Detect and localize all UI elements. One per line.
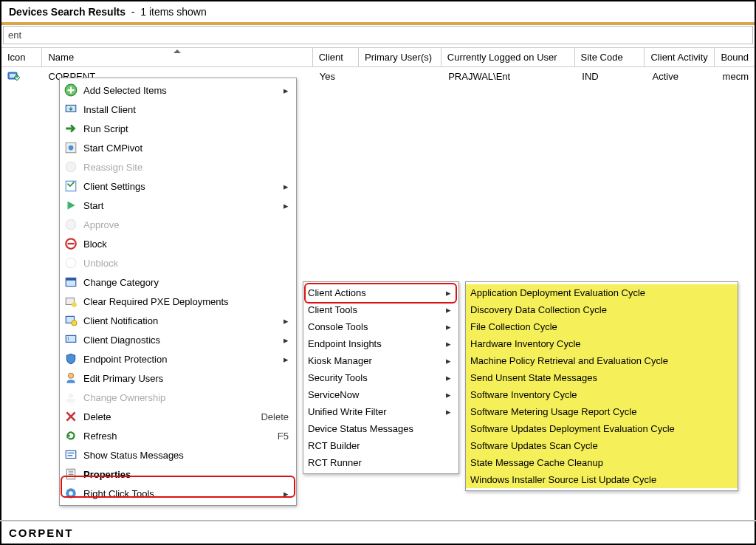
chevron-right-icon: ▸ [444, 304, 451, 315]
svg-rect-23 [66, 450, 76, 458]
rct-icon [64, 487, 78, 500]
chevron-right-icon: ▸ [281, 335, 289, 346]
action-sw-updates-scan[interactable]: Software Updates Scan Cycle [466, 437, 738, 454]
accel-delete: Delete [261, 411, 289, 422]
action-machine-policy[interactable]: Machine Policy Retrieval and Evaluation … [466, 352, 738, 369]
svg-rect-10 [68, 243, 75, 244]
submenu-kiosk-manager[interactable]: Kiosk Manager▸ [303, 352, 458, 369]
cell-client: Yes [314, 69, 360, 88]
install-icon [64, 103, 78, 116]
submenu-servicenow[interactable]: ServiceNow▸ [303, 386, 458, 403]
menu-install-client[interactable]: Install Client [60, 100, 296, 119]
chevron-right-icon: ▸ [444, 372, 451, 383]
action-discovery[interactable]: Discovery Data Collection Cycle [466, 301, 738, 318]
play-icon [64, 199, 78, 212]
svg-point-5 [69, 145, 74, 151]
menu-clear-pxe[interactable]: Clear Required PXE Deployments [60, 292, 296, 311]
context-menu-main: Add Selected Items▸ Install Client Run S… [59, 78, 297, 506]
svg-point-15 [72, 302, 77, 307]
action-file-collection[interactable]: File Collection Cycle [466, 318, 738, 335]
menu-edit-primary-users[interactable]: Edit Primary Users [60, 369, 296, 388]
svg-rect-28 [69, 473, 74, 473]
svg-point-11 [66, 258, 76, 268]
bell-icon [64, 314, 78, 327]
menu-block[interactable]: Block [60, 234, 296, 253]
user-icon [64, 371, 78, 385]
action-send-unsent[interactable]: Send Unsent State Messages [466, 369, 738, 386]
col-logged[interactable]: Currently Logged on User [441, 48, 575, 66]
chevron-right-icon: ▸ [444, 338, 451, 349]
results-header: Devices Search Results - 1 items shown [1, 1, 755, 22]
chevron-right-icon: ▸ [444, 355, 451, 366]
submenu-client-tools[interactable]: Client Tools▸ [303, 301, 458, 318]
chevron-right-icon: ▸ [281, 488, 289, 499]
shield-icon [64, 352, 78, 366]
search-input[interactable] [4, 27, 752, 44]
site-icon [64, 160, 78, 174]
refresh-icon [64, 429, 78, 442]
chevron-right-icon: ▸ [281, 200, 289, 211]
properties-icon [64, 467, 78, 481]
menu-endpoint-protection[interactable]: Endpoint Protection▸ [60, 349, 296, 369]
menu-cmpivot[interactable]: Start CMPivot [60, 138, 296, 157]
status-icon [64, 448, 78, 462]
submenu-client-actions[interactable]: Client Actions▸ [303, 284, 458, 301]
col-bound[interactable]: Bound [715, 48, 755, 66]
menu-client-diagnostics[interactable]: i Client Diagnostics▸ [60, 330, 296, 349]
menu-right-click-tools[interactable]: Right Click Tools▸ [60, 484, 296, 503]
results-count: 1 items shown [140, 6, 206, 18]
run-icon [64, 122, 78, 135]
col-site[interactable]: Site Code [575, 48, 645, 66]
device-icon [7, 71, 21, 84]
menu-delete[interactable]: Delete Delete [60, 407, 296, 426]
menu-client-settings[interactable]: Client Settings▸ [60, 176, 296, 196]
action-sw-metering[interactable]: Software Metering Usage Report Cycle [466, 403, 738, 420]
submenu-endpoint-insights[interactable]: Endpoint Insights▸ [303, 335, 458, 352]
chevron-right-icon: ▸ [281, 181, 289, 192]
menu-change-category[interactable]: Change Category [60, 272, 296, 292]
menu-client-notification[interactable]: Client Notification▸ [60, 311, 296, 330]
chevron-right-icon: ▸ [281, 85, 289, 96]
approve-icon [64, 218, 78, 231]
action-hw-inventory[interactable]: Hardware Inventory Cycle [466, 335, 738, 352]
menu-run-script[interactable]: Run Script [60, 119, 296, 138]
action-win-installer-src[interactable]: Windows Installer Source List Update Cyc… [466, 471, 738, 488]
col-activity[interactable]: Client Activity [645, 48, 715, 66]
plus-icon [64, 83, 78, 97]
submenu-security-tools[interactable]: Security Tools▸ [303, 369, 458, 386]
svg-point-21 [69, 393, 74, 398]
cell-activity: Active [646, 69, 716, 88]
col-client[interactable]: Client [313, 48, 359, 66]
svg-rect-29 [69, 474, 74, 475]
col-primary[interactable]: Primary User(s) [359, 48, 441, 66]
chevron-right-icon: ▸ [444, 406, 451, 417]
search-box[interactable] [3, 26, 753, 44]
submenu-unified-write-filter[interactable]: Unified Write Filter▸ [303, 403, 458, 420]
submenu-rct-runner[interactable]: RCT Runner [303, 454, 458, 471]
submenu-console-tools[interactable]: Console Tools▸ [303, 318, 458, 335]
svg-point-20 [69, 373, 74, 378]
menu-start[interactable]: Start▸ [60, 196, 296, 215]
col-name[interactable]: Name [42, 48, 312, 66]
chevron-right-icon: ▸ [281, 315, 289, 326]
action-sw-updates-deploy[interactable]: Software Updates Deployment Evaluation C… [466, 420, 738, 437]
menu-status-messages[interactable]: Show Status Messages [60, 445, 296, 465]
svg-rect-24 [68, 453, 75, 454]
menu-add-selected[interactable]: Add Selected Items▸ [60, 80, 296, 100]
svg-rect-27 [69, 471, 74, 472]
action-app-deploy-eval[interactable]: Application Deployment Evaluation Cycle [466, 284, 738, 301]
col-icon[interactable]: Icon [1, 48, 42, 66]
menu-change-ownership: Change Ownership [60, 388, 296, 407]
unblock-icon [64, 256, 78, 270]
submenu-rct-builder[interactable]: RCT Builder [303, 437, 458, 454]
action-state-msg-cleanup[interactable]: State Message Cache Cleanup [466, 454, 738, 471]
chevron-right-icon: ▸ [281, 354, 289, 365]
action-sw-inventory[interactable]: Software Inventory Cycle [466, 386, 738, 403]
menu-refresh[interactable]: Refresh F5 [60, 426, 296, 445]
svg-rect-25 [68, 455, 73, 456]
menu-properties[interactable]: Properties [60, 465, 296, 484]
delete-icon [64, 410, 78, 423]
detail-title: CORPENT [0, 520, 756, 545]
submenu-device-status[interactable]: Device Status Messages [303, 420, 458, 437]
svg-point-17 [72, 321, 77, 326]
